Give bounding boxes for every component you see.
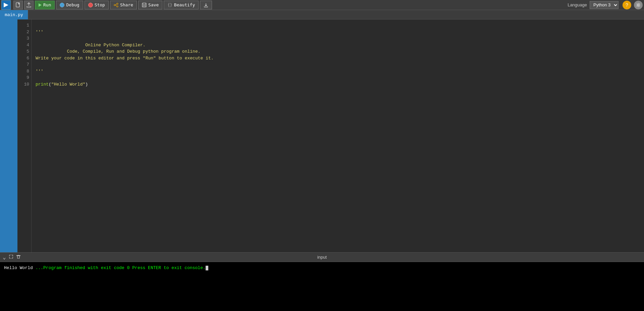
- help-button[interactable]: ?: [623, 1, 631, 9]
- svg-point-3: [114, 4, 115, 6]
- console-expand-button[interactable]: [9, 254, 13, 260]
- download-button[interactable]: [200, 1, 212, 9]
- line-number: 10: [19, 81, 29, 88]
- line-number: 1: [19, 22, 29, 29]
- beautify-button[interactable]: {} Beautify: [164, 1, 199, 9]
- left-panel: [0, 19, 17, 252]
- share-label: Share: [120, 2, 133, 7]
- console-toolbar: ⌄ input: [0, 253, 644, 262]
- line-number: 9: [19, 74, 29, 81]
- run-icon: [39, 3, 42, 7]
- toolbar: Run Debug Stop Share Save {} Beautify: [0, 0, 644, 10]
- share-icon: [114, 3, 118, 7]
- console-collapse-button[interactable]: ⌄: [3, 254, 6, 260]
- tab-filename: main.py: [5, 12, 23, 17]
- svg-marker-0: [4, 3, 8, 7]
- editor-area: 1 2 3 4 5 6 7 8 9 10 ''' Online Python C…: [0, 19, 644, 252]
- save-label: Save: [148, 2, 159, 7]
- share-button[interactable]: Share: [110, 1, 137, 9]
- line-number: 6: [19, 55, 29, 62]
- save-button[interactable]: Save: [138, 1, 162, 9]
- run-button[interactable]: Run: [35, 1, 55, 9]
- console-title: input: [317, 255, 327, 260]
- line-number: 2: [19, 29, 29, 36]
- run-label: Run: [43, 2, 51, 7]
- svg-rect-7: [143, 5, 146, 7]
- svg-point-2: [117, 3, 118, 4]
- console-line-1: Hello World: [4, 265, 33, 270]
- tab-bar: main.py: [0, 10, 644, 19]
- logo-button[interactable]: [1, 0, 11, 10]
- line-number: 4: [19, 42, 29, 49]
- line-number: 5: [19, 48, 29, 55]
- new-file-button[interactable]: [13, 1, 23, 9]
- line-number: 7: [19, 61, 29, 68]
- gear-icon: [636, 3, 641, 7]
- debug-label: Debug: [66, 2, 79, 7]
- code-editor[interactable]: ''' Online Python Compiler. Code, Compil…: [32, 19, 644, 252]
- clear-icon: [16, 254, 21, 259]
- console-line-4: Press ENTER to exit console.: [132, 265, 205, 270]
- svg-point-4: [117, 6, 118, 7]
- stop-label: Stop: [95, 2, 105, 7]
- language-select[interactable]: Python 3 Python 2 Java C++: [590, 1, 619, 9]
- console-wrapper: ⌄ input Hello World ...Program finished …: [0, 252, 644, 311]
- console-toolbar-left: ⌄: [3, 254, 21, 260]
- settings-button[interactable]: [634, 1, 643, 9]
- tab-main-py[interactable]: main.py: [0, 10, 28, 19]
- debug-icon: [60, 3, 64, 7]
- save-icon: [142, 3, 147, 7]
- stop-icon: [88, 3, 93, 7]
- line-number: 8: [19, 68, 29, 75]
- console-output[interactable]: Hello World ...Program finished with exi…: [0, 262, 644, 311]
- expand-icon: [9, 254, 13, 259]
- svg-rect-6: [143, 3, 146, 5]
- beautify-icon: {}: [167, 3, 172, 7]
- download-icon: [204, 3, 208, 7]
- debug-button[interactable]: Debug: [56, 1, 83, 9]
- cursor: [206, 266, 208, 270]
- upload-button[interactable]: [24, 1, 34, 9]
- stop-button[interactable]: Stop: [85, 1, 109, 9]
- console-clear-button[interactable]: [16, 254, 21, 260]
- line-number: 3: [19, 35, 29, 42]
- line-numbers: 1 2 3 4 5 6 7 8 9 10: [17, 19, 32, 252]
- language-label: Language: [568, 2, 587, 7]
- console-line-3: ...Program finished with exit code 0: [36, 265, 130, 270]
- svg-point-8: [638, 4, 639, 6]
- beautify-label: Beautify: [174, 2, 195, 7]
